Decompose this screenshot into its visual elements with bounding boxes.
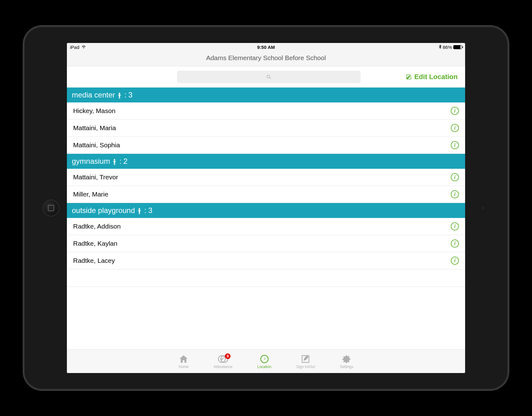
- clock: 9:50 AM: [257, 45, 275, 50]
- info-icon[interactable]: i: [451, 239, 459, 248]
- info-icon[interactable]: i: [451, 141, 459, 149]
- section-header-gymnasium[interactable]: gymnasium : 2: [67, 154, 465, 169]
- info-icon[interactable]: i: [451, 222, 459, 230]
- bluetooth-icon: [439, 45, 441, 50]
- section-count: 3: [128, 91, 132, 99]
- list-item[interactable]: Radtke, Lacey i: [67, 252, 465, 269]
- tab-location[interactable]: Location: [257, 354, 271, 369]
- attendance-badge: 8: [225, 353, 231, 359]
- page-title: Adams Elementary School Before School: [67, 51, 465, 66]
- empty-row: [67, 269, 465, 287]
- tab-signinout[interactable]: Sign In/Out: [296, 354, 315, 369]
- student-name: Mattaini, Maria: [73, 124, 116, 132]
- ipad-frame: iPad 9:50 AM 86% Adams Elementary School…: [23, 26, 509, 390]
- search-input[interactable]: [177, 71, 361, 83]
- svg-point-0: [267, 75, 270, 78]
- tab-label: Sign In/Out: [296, 365, 315, 369]
- section-name: outside playground: [72, 206, 135, 215]
- tab-bar: Home 8 Attendance Location Sign In/Out: [67, 349, 465, 373]
- battery-icon: [453, 45, 462, 49]
- child-icon: [117, 91, 123, 99]
- info-icon[interactable]: i: [451, 124, 459, 132]
- student-name: Mattaini, Trevor: [73, 173, 118, 181]
- ipad-camera: [481, 206, 484, 210]
- student-name: Radtke, Addison: [73, 223, 121, 230]
- list-item[interactable]: Radtke, Kaylan i: [67, 235, 465, 252]
- tab-label: Attendance: [213, 365, 232, 369]
- search-icon: [266, 74, 271, 79]
- status-bar: iPad 9:50 AM 86%: [67, 43, 465, 51]
- tab-settings[interactable]: Settings: [340, 354, 353, 369]
- device-label: iPad: [70, 45, 79, 50]
- tab-home[interactable]: Home: [179, 354, 189, 369]
- list-item[interactable]: Miller, Marie i: [67, 186, 465, 203]
- location-icon: [260, 354, 269, 364]
- toolbar: Edit Location: [67, 66, 465, 87]
- section-header-media-center[interactable]: media center : 3: [67, 87, 465, 102]
- edit-location-label: Edit Location: [414, 73, 458, 81]
- home-icon: [179, 354, 189, 364]
- battery-percent: 86%: [443, 45, 452, 50]
- section-name: gymnasium: [72, 157, 110, 166]
- signinout-icon: [301, 354, 310, 364]
- student-name: Miller, Marie: [73, 191, 108, 198]
- svg-point-2: [119, 92, 120, 94]
- svg-line-1: [269, 78, 271, 79]
- student-name: Radtke, Lacey: [73, 257, 115, 264]
- tab-label: Location: [257, 365, 271, 369]
- gear-icon: [342, 354, 351, 364]
- svg-point-4: [138, 208, 140, 210]
- list-item[interactable]: Hickey, Mason i: [67, 102, 465, 120]
- svg-point-3: [114, 159, 115, 160]
- student-name: Hickey, Mason: [73, 107, 115, 115]
- ipad-home-button[interactable]: [43, 200, 59, 216]
- student-name: Mattaini, Sophia: [73, 141, 120, 149]
- wifi-icon: [81, 45, 86, 50]
- section-name: media center: [72, 91, 115, 99]
- edit-location-button[interactable]: Edit Location: [406, 73, 458, 81]
- content[interactable]: media center : 3 Hickey, Mason i Mattain…: [67, 87, 465, 349]
- tab-label: Settings: [340, 365, 353, 369]
- tab-attendance[interactable]: 8 Attendance: [213, 354, 232, 369]
- info-icon[interactable]: i: [451, 107, 459, 115]
- edit-icon: [406, 74, 412, 80]
- section-count: 2: [123, 157, 127, 166]
- list-item[interactable]: Mattaini, Maria i: [67, 120, 465, 137]
- section-count: 3: [148, 206, 152, 215]
- tab-label: Home: [179, 365, 189, 369]
- info-icon[interactable]: i: [451, 257, 459, 265]
- list-item[interactable]: Radtke, Addison i: [67, 218, 465, 235]
- screen: iPad 9:50 AM 86% Adams Elementary School…: [67, 43, 465, 373]
- child-icon: [112, 157, 118, 166]
- section-header-outside-playground[interactable]: outside playground : 3: [67, 203, 465, 218]
- info-icon[interactable]: i: [451, 190, 459, 198]
- child-icon: [137, 206, 142, 215]
- info-icon[interactable]: i: [451, 173, 459, 181]
- student-name: Radtke, Kaylan: [73, 240, 117, 247]
- list-item[interactable]: Mattaini, Trevor i: [67, 169, 465, 186]
- list-item[interactable]: Mattaini, Sophia i: [67, 137, 465, 154]
